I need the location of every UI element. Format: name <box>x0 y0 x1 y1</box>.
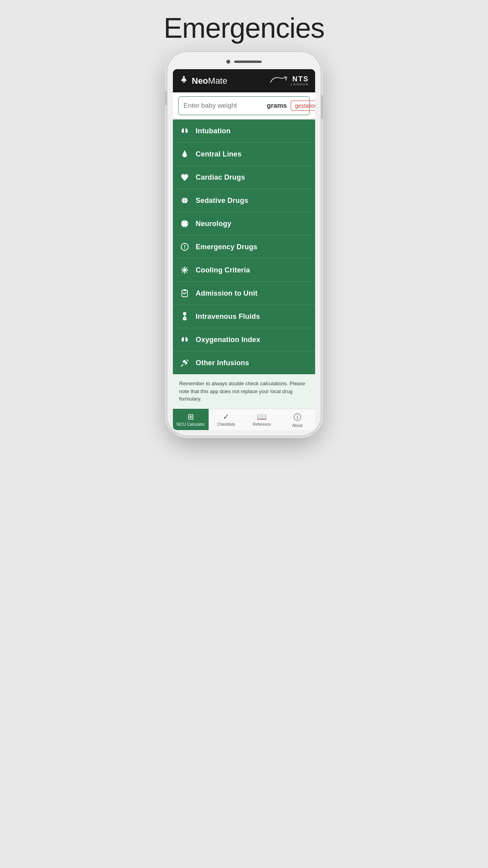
logo-text: NeoMate <box>192 76 227 86</box>
weight-section: grams gestation <box>173 92 315 120</box>
alert-icon: ! <box>179 241 190 252</box>
sedative-drugs-label: Sedative Drugs <box>196 197 248 205</box>
admission-to-unit-label: Admission to Unit <box>196 289 257 298</box>
iv-icon <box>179 311 190 322</box>
disclaimer: Remember to always double check calculat… <box>173 374 315 408</box>
lungs-icon <box>179 125 190 136</box>
reference-label: Reference <box>253 422 271 427</box>
nts-sub-label: LONDON <box>291 83 309 86</box>
emergency-drugs-label: Emergency Drugs <box>196 243 257 251</box>
disclaimer-text: Remember to always double check calculat… <box>179 381 305 402</box>
weight-input[interactable] <box>183 102 267 110</box>
menu-item-oxygenation-index[interactable]: Oxygenation Index <box>173 328 315 351</box>
menu-item-intubation[interactable]: Intubation <box>173 120 315 143</box>
nicu-calculator-label: NICU Calculator <box>176 422 205 427</box>
svg-point-3 <box>183 222 186 225</box>
nav-item-about[interactable]: ⓘ About <box>280 409 316 430</box>
page-wrapper: Emergencies <box>163 0 325 447</box>
nts-swoosh-icon <box>270 75 289 87</box>
book-icon: 📖 <box>257 412 267 421</box>
svg-line-21 <box>187 360 188 361</box>
nav-item-nicu-calculator[interactable]: ⊞ NICU Calculator <box>173 409 209 430</box>
svg-rect-16 <box>183 289 186 291</box>
drop-icon <box>179 149 190 160</box>
brain-icon <box>179 195 190 206</box>
nav-item-checklists[interactable]: ✓ Checklists <box>209 409 244 430</box>
bottom-nav: ⊞ NICU Calculator ✓ Checklists 📖 Referen… <box>173 408 315 430</box>
camera-dot <box>226 60 230 64</box>
app-logo: NeoMate <box>179 75 227 87</box>
menu-item-sedative-drugs[interactable]: Sedative Drugs <box>173 189 315 212</box>
heart-icon <box>179 172 190 183</box>
central-lines-label: Central Lines <box>196 150 242 158</box>
speaker-bar <box>234 61 262 63</box>
checkmark-icon: ✓ <box>223 412 229 421</box>
other-infusions-label: Other Infusions <box>196 359 249 367</box>
phone-top-bar <box>173 60 315 64</box>
intravenous-fluids-label: Intravenous Fluids <box>196 313 260 321</box>
svg-point-11 <box>184 267 185 267</box>
snowflake-icon <box>179 265 190 276</box>
menu-item-neurology[interactable]: Neurology <box>173 212 315 235</box>
menu-item-other-infusions[interactable]: Other Infusions <box>173 351 315 374</box>
weight-input-row: grams gestation <box>178 96 310 115</box>
page-title: Emergencies <box>163 12 324 44</box>
gestation-button[interactable]: gestation <box>291 101 315 111</box>
logo-person-icon <box>179 75 189 87</box>
neurology-label: Neurology <box>196 220 231 228</box>
svg-line-19 <box>181 364 183 366</box>
about-label: About <box>292 423 303 428</box>
svg-point-14 <box>187 270 188 270</box>
nts-main-label: NTS <box>292 75 309 83</box>
info-icon: ⓘ <box>294 412 301 423</box>
logo-neo: Neo <box>192 76 208 86</box>
oxygenation-index-label: Oxygenation Index <box>196 336 260 344</box>
svg-point-12 <box>184 273 185 274</box>
menu-item-intravenous-fluids[interactable]: Intravenous Fluids <box>173 305 315 328</box>
menu-list: Intubation Central Lines <box>173 120 315 374</box>
calculator-icon: ⊞ <box>187 412 194 421</box>
menu-item-cardiac-drugs[interactable]: Cardiac Drugs <box>173 166 315 189</box>
nts-text: NTS LONDON <box>291 75 309 86</box>
neuro-icon <box>179 218 190 229</box>
svg-point-13 <box>181 270 182 270</box>
svg-rect-17 <box>184 315 185 317</box>
checklists-label: Checklists <box>217 422 235 427</box>
cardiac-drugs-label: Cardiac Drugs <box>196 173 245 182</box>
menu-item-cooling-criteria[interactable]: Cooling Criteria <box>173 259 315 282</box>
nav-item-reference[interactable]: 📖 Reference <box>244 409 280 430</box>
weight-unit-label: grams <box>267 102 287 110</box>
svg-text:!: ! <box>184 244 186 250</box>
nts-logo: NTS LONDON <box>270 75 309 87</box>
svg-point-0 <box>183 76 185 78</box>
logo-mate: Mate <box>208 76 227 86</box>
phone-frame: NeoMate NTS LONDON <box>167 52 321 436</box>
menu-item-central-lines[interactable]: Central Lines <box>173 143 315 166</box>
menu-item-admission-to-unit[interactable]: Admission to Unit <box>173 282 315 305</box>
menu-item-emergency-drugs[interactable]: ! Emergency Drugs <box>173 235 315 259</box>
svg-point-10 <box>184 269 185 271</box>
app-header: NeoMate NTS LONDON <box>173 69 315 92</box>
intubation-label: Intubation <box>196 127 231 135</box>
syringe-icon <box>179 357 190 368</box>
clipboard-icon <box>179 288 190 299</box>
lungs2-icon <box>179 334 190 345</box>
cooling-criteria-label: Cooling Criteria <box>196 266 250 274</box>
phone-screen: NeoMate NTS LONDON <box>173 69 315 430</box>
